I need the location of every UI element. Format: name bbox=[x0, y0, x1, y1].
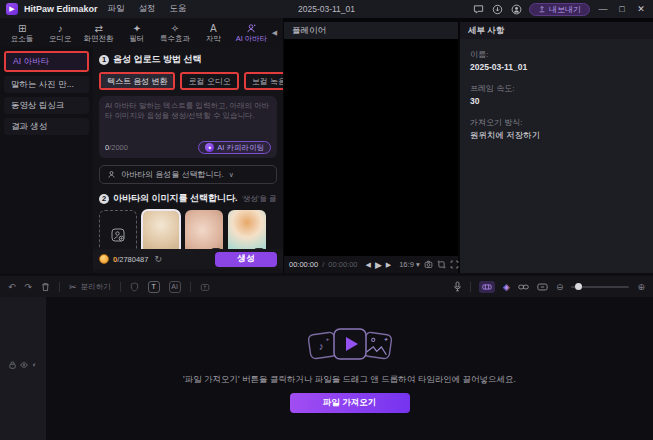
tts-placeholder: AI 아바타 말하는 텍스트를 입력하고, 아래의 아바타 이미지와 음성을 생… bbox=[105, 101, 271, 121]
minimize-button[interactable]: — bbox=[597, 4, 609, 14]
tab-transition[interactable]: ⇄ 화면전환 bbox=[80, 23, 116, 43]
tab-text-to-speech[interactable]: 텍스트 음성 변환 bbox=[101, 74, 173, 88]
ai-avatar-panel: 1 음성 업로드 방법 선택 텍스트 음성 변환 로컬 오디오 보컬 녹음 AI… bbox=[93, 47, 283, 273]
timeline-empty-area: ♪+ ✦ '파일 가져오기' 버튼을 클릭하거나 파일을 드래그 앤 드롭하여 … bbox=[46, 297, 653, 440]
export-label: 내보내기 bbox=[549, 4, 581, 15]
annotation-box-tts: 텍스트 음성 변환 bbox=[99, 72, 175, 90]
feedback-icon[interactable] bbox=[472, 3, 484, 15]
sidebar-item-video-lipsync[interactable]: 동영상 립싱크 bbox=[4, 97, 89, 114]
detail-import-method-label: 가져오기 방식: bbox=[470, 117, 643, 128]
menu-settings[interactable]: 설정 bbox=[135, 3, 160, 15]
sidebar-item-talking-photo[interactable]: 말하는 사진 만... bbox=[4, 76, 89, 93]
app-name: HitPaw Edimakor bbox=[24, 4, 98, 14]
step-back-icon[interactable]: ◀ bbox=[366, 261, 371, 269]
zoom-in-icon[interactable]: ⊕ bbox=[637, 282, 645, 292]
export-clip-icon[interactable] bbox=[200, 282, 210, 292]
import-file-button[interactable]: 파일 가져오기 bbox=[290, 393, 410, 413]
crop-icon[interactable] bbox=[437, 260, 446, 269]
preview-frame-icon[interactable] bbox=[537, 283, 548, 291]
generate-button[interactable]: 생성 bbox=[215, 252, 277, 267]
track-mute-icon[interactable]: ◐ bbox=[32, 361, 36, 368]
details-panel: 세부 사항 이름: 2025-03-11_01 프레임 속도: 30 가져오기 … bbox=[460, 22, 653, 273]
tab-elements[interactable]: ⊞ 요소들 bbox=[4, 23, 40, 43]
collapse-panel-icon[interactable]: ◀ bbox=[272, 29, 279, 37]
tab-ai-avatar[interactable]: AI 아바타 bbox=[233, 23, 269, 43]
timeline-zoom-slider[interactable] bbox=[571, 286, 629, 288]
effects-icon: ✧ bbox=[171, 23, 179, 34]
link-icon[interactable] bbox=[518, 283, 529, 291]
delete-icon[interactable] bbox=[41, 282, 50, 292]
step2-title: 아바타의 이미지를 선택합니다. bbox=[113, 192, 238, 205]
step-forward-icon[interactable]: ▶ bbox=[386, 261, 391, 269]
redo-icon[interactable]: ↷ bbox=[25, 282, 33, 292]
shield-icon[interactable] bbox=[130, 282, 139, 292]
ai-caption-icon[interactable]: AI bbox=[169, 281, 181, 293]
refresh-credits-icon[interactable]: ↻ bbox=[154, 254, 162, 264]
tab-vocal-record[interactable]: 보컬 녹음 bbox=[246, 74, 283, 88]
ai-copywriting-button[interactable]: ✦ AI 카피라이팅 bbox=[198, 141, 271, 154]
split-icon[interactable]: ✂ bbox=[69, 282, 77, 292]
sidebar-item-results[interactable]: 결과 생성 bbox=[4, 118, 89, 135]
detail-import-method-value: 원위치에 저장하기 bbox=[470, 130, 643, 142]
step1-header: 1 음성 업로드 방법 선택 bbox=[99, 53, 277, 66]
detail-framerate-label: 프레임 속도: bbox=[470, 83, 643, 94]
zoom-slider-knob[interactable] bbox=[575, 283, 582, 290]
details-header: 세부 사항 bbox=[460, 22, 653, 39]
menu-help[interactable]: 도움 bbox=[166, 3, 191, 15]
tab-effects[interactable]: ✧ 특수효과 bbox=[157, 23, 193, 43]
export-button[interactable]: 내보내기 bbox=[529, 3, 590, 16]
aspect-ratio-select[interactable]: 16:9 ▾ bbox=[399, 260, 419, 269]
detail-name-value: 2025-03-11_01 bbox=[470, 62, 643, 72]
voice-select-label: 아바타의 음성을 선택합니다. bbox=[121, 169, 224, 180]
auto-ripple-icon[interactable] bbox=[479, 281, 495, 293]
player-controls: 00:00:00 / 00:00:00 ◀ ▶ ▶ 16:9 ▾ bbox=[284, 256, 458, 273]
titlebar: ▶ HitPaw Edimakor 파일 설정 도움 2025-03-11_01… bbox=[0, 0, 653, 18]
timeline-region: ↶ ↷ ✂ 분리하기 T AI bbox=[0, 273, 653, 440]
feature-ribbon: ⊞ 요소들 ♪ 오디오 ⇄ 화면전환 ✦ 필터 ✧ 특수효과 A 자막 AI 아… bbox=[0, 18, 283, 47]
annotation-box-local-audio: 로컬 오디오 bbox=[180, 72, 238, 90]
snapshot-icon[interactable] bbox=[424, 260, 433, 269]
maximize-button[interactable]: □ bbox=[616, 4, 628, 14]
voice-source-tabs: 텍스트 음성 변환 로컬 오디오 보컬 녹음 bbox=[99, 72, 277, 90]
track-lock-icon[interactable] bbox=[9, 361, 16, 369]
close-button[interactable]: ✕ bbox=[635, 4, 647, 14]
step2-number-badge: 2 bbox=[99, 194, 109, 204]
timeline-toolbar: ↶ ↷ ✂ 분리하기 T AI bbox=[0, 276, 653, 297]
video-preview bbox=[284, 39, 458, 256]
chevron-down-icon: ∨ bbox=[229, 171, 234, 179]
tab-filter[interactable]: ✦ 필터 bbox=[119, 23, 155, 43]
step2-header: 2 아바타의 이미지를 선택합니다. '생성'을 클릭하면 AI가 립싱크한 bbox=[99, 192, 277, 205]
track-visibility-icon[interactable] bbox=[20, 361, 28, 369]
zoom-out-icon[interactable]: ⊖ bbox=[556, 282, 564, 292]
tts-text-input[interactable]: AI 아바타 말하는 텍스트를 입력하고, 아래의 아바타 이미지와 음성을 생… bbox=[99, 96, 277, 158]
add-person-icon bbox=[110, 227, 126, 243]
play-icon[interactable]: ▶ bbox=[375, 260, 382, 270]
split-label: 분리하기 bbox=[81, 282, 111, 292]
voice-select-dropdown[interactable]: 아바타의 음성을 선택합니다. ∨ bbox=[99, 165, 277, 184]
svg-text:✦: ✦ bbox=[383, 336, 389, 343]
sidebar-item-ai-avatar[interactable]: AI 아바타 bbox=[6, 53, 87, 70]
filter-icon: ✦ bbox=[133, 23, 141, 34]
menu-file[interactable]: 파일 bbox=[104, 3, 129, 15]
fullscreen-icon[interactable] bbox=[450, 260, 459, 269]
media-files-illustration: ♪+ ✦ bbox=[302, 325, 398, 367]
coin-icon bbox=[99, 254, 109, 264]
text-tool-icon[interactable]: T bbox=[148, 281, 160, 293]
timeline-empty-text: '파일 가져오기' 버튼을 클릭하거나 파일을 드래그 앤 드롭하여 타임라인에… bbox=[183, 374, 516, 386]
mic-icon[interactable] bbox=[453, 281, 462, 292]
transition-icon: ⇄ bbox=[94, 23, 102, 34]
ai-avatar-icon bbox=[246, 23, 257, 34]
account-avatar-icon[interactable] bbox=[510, 3, 522, 15]
annotation-box-record: 보컬 녹음 bbox=[244, 72, 283, 90]
total-time: 00:00:00 bbox=[328, 260, 357, 269]
magnet-icon[interactable]: ◈ bbox=[503, 282, 510, 292]
ai-sparkle-icon: ✦ bbox=[205, 143, 214, 152]
app-logo-icon: ▶ bbox=[6, 3, 18, 15]
undo-icon[interactable]: ↶ bbox=[8, 282, 16, 292]
player-header: 플레이어 bbox=[284, 22, 458, 39]
tab-subtitle[interactable]: A 자막 bbox=[195, 23, 231, 43]
char-counter: 0/2000 bbox=[105, 143, 128, 152]
download-icon[interactable] bbox=[491, 3, 503, 15]
tab-audio[interactable]: ♪ 오디오 bbox=[42, 23, 78, 43]
tab-local-audio[interactable]: 로컬 오디오 bbox=[182, 74, 236, 88]
